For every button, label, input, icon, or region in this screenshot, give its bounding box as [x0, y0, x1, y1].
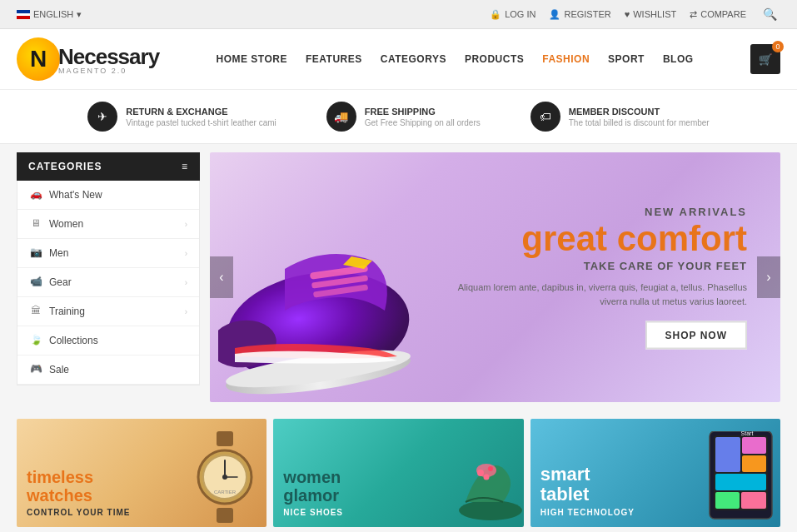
svg-rect-23 — [742, 437, 766, 454]
banner-tablet-line2: tablet — [540, 485, 635, 505]
sidebar-label-women: Women — [49, 218, 83, 230]
banner-women-sub: NICE SHOES — [283, 508, 343, 517]
hero-next-button[interactable]: › — [757, 256, 780, 298]
hero-title: great comfort — [431, 221, 747, 256]
benefit-shipping-title: FREE SHIPPING — [365, 107, 481, 117]
logo[interactable]: N Necessary MAGENTO 2.0 — [17, 37, 159, 81]
main-nav: HOME STORE FEATURES CATEGORYS PRODUCTS F… — [217, 53, 694, 65]
compare-link[interactable]: ⇄ COMPARE — [690, 9, 746, 20]
benefit-discount-desc: The total billed is discount for member — [569, 118, 710, 127]
sidebar-label-sale: Sale — [49, 364, 69, 375]
user-icon: 👤 — [549, 9, 560, 20]
shipping-icon: 🚚 — [326, 102, 356, 132]
banner-watches-sub: CONTROL YOUR TIME — [27, 508, 130, 517]
svg-rect-22 — [715, 437, 740, 472]
lock-icon: 🔒 — [490, 9, 501, 20]
shoe-svg — [218, 202, 435, 402]
cart-badge: 0 — [772, 41, 784, 52]
top-bar: ENGLISH ▾ 🔒 LOG IN 👤 REGISTER ♥ WISHLIST… — [0, 0, 797, 29]
header-actions: 🛒 0 — [750, 44, 780, 74]
hero-badge: NEW ARRIVALS — [431, 206, 747, 218]
svg-text:CARTIER: CARTIER — [214, 490, 237, 495]
hero-prev-button[interactable]: ‹ — [210, 256, 233, 298]
watch-decoration: CARTIER — [192, 431, 258, 523]
hero-slide: NEW ARRIVALS great comfort TAKE CARE OF … — [210, 152, 780, 402]
heart-icon: ♥ — [625, 9, 630, 19]
sidebar-menu: 🚗 What's New 🖥 Women › 📷 Men › — [17, 181, 200, 385]
benefit-discount: 🏷 MEMBER DISCOUNT The total billed is di… — [531, 102, 710, 132]
nav-fashion[interactable]: FASHION — [542, 53, 590, 65]
hero-desc: Aliquam lorem ante, dapibus in, viverra … — [431, 281, 747, 308]
banner-tablet-sub: HIGH TECHNOLOGY — [540, 508, 635, 517]
chevron-right-icon: › — [185, 220, 187, 229]
language-label: ENGLISH — [33, 9, 73, 19]
nav-home[interactable]: HOME STORE — [217, 53, 287, 65]
hero-slider: NEW ARRIVALS great comfort TAKE CARE OF … — [210, 152, 780, 402]
sidebar-label-men: Men — [49, 247, 68, 259]
register-link[interactable]: 👤 REGISTER — [549, 9, 610, 20]
benefit-shipping: 🚚 FREE SHIPPING Get Free Shipping on all… — [326, 102, 481, 132]
nav-features[interactable]: FEATURES — [306, 53, 362, 65]
tablet-decoration: Start — [705, 431, 776, 523]
sidebar-item-sale[interactable]: 🎮 Sale — [17, 355, 199, 385]
svg-rect-8 — [217, 508, 233, 523]
banner-tablet-line1: smart — [540, 465, 635, 485]
chevron-right-icon: › — [185, 249, 187, 258]
svg-rect-25 — [715, 474, 766, 490]
svg-rect-24 — [742, 455, 766, 472]
wishlist-link[interactable]: ♥ WISHLIST — [625, 9, 676, 19]
benefit-return-desc: Vintage pastel tucked t-shirt leather ca… — [126, 118, 276, 127]
svg-rect-27 — [741, 492, 766, 509]
nav-products[interactable]: PRODUCTS — [465, 53, 524, 65]
chevron-down-icon: ▾ — [77, 9, 82, 20]
collections-icon: 🍃 — [29, 334, 42, 347]
cart-icon: 🛒 — [759, 53, 773, 66]
sidebar-label-gear: Gear — [49, 276, 72, 288]
svg-point-18 — [488, 466, 493, 471]
cart-button[interactable]: 🛒 0 — [750, 44, 780, 74]
banner-watches[interactable]: timeless watches CONTROL YOUR TIME CARTI… — [17, 419, 266, 527]
sidebar-item-training[interactable]: 🏛 Training › — [17, 297, 199, 326]
hero-tagline: TAKE CARE OF YOUR FEET — [431, 260, 747, 272]
banner-women-line2: glamor — [283, 486, 343, 505]
banner-tablet[interactable]: smart tablet HIGH TECHNOLOGY Start — [531, 419, 780, 527]
svg-rect-26 — [715, 492, 740, 509]
sidebar-item-women[interactable]: 🖥 Women › — [17, 210, 199, 239]
banner-women[interactable]: women glamor NICE SHOES — [273, 419, 523, 527]
sidebar-item-whats-new[interactable]: 🚗 What's New — [17, 181, 199, 210]
whats-new-icon: 🚗 — [29, 188, 42, 201]
chevron-right-icon: › — [185, 278, 187, 287]
shoes-decoration — [441, 427, 524, 527]
sidebar-item-gear[interactable]: 📹 Gear › — [17, 268, 199, 297]
nav-categorys[interactable]: CATEGORYS — [381, 53, 446, 65]
men-icon: 📷 — [29, 246, 42, 260]
gear-icon: 📹 — [29, 276, 42, 289]
nav-blog[interactable]: BLOG — [663, 53, 694, 65]
search-button[interactable]: 🔍 — [760, 4, 780, 24]
sidebar-label-whats-new: What's New — [49, 189, 102, 201]
shop-now-button[interactable]: SHOP NOW — [645, 321, 747, 350]
svg-rect-7 — [217, 431, 233, 446]
login-link[interactable]: 🔒 LOG IN — [490, 9, 535, 20]
chevron-right-icon: › — [185, 307, 187, 316]
nav-sport[interactable]: SPORT — [608, 53, 645, 65]
training-icon: 🏛 — [29, 305, 42, 318]
benefit-return-title: RETURN & EXCHANGE — [126, 107, 276, 117]
sidebar: CATEGORIES ≡ 🚗 What's New 🖥 Women › 📷 — [17, 152, 200, 402]
main-content: CATEGORIES ≡ 🚗 What's New 🖥 Women › 📷 — [0, 144, 797, 410]
sidebar-header: CATEGORIES ≡ — [17, 152, 200, 181]
language-selector[interactable]: ENGLISH ▾ — [17, 9, 82, 20]
banner-women-line1: women — [283, 468, 343, 486]
compare-icon: ⇄ — [690, 9, 697, 20]
sidebar-label-training: Training — [49, 306, 85, 317]
sidebar-item-men[interactable]: 📷 Men › — [17, 239, 199, 268]
sidebar-item-collections[interactable]: 🍃 Collections — [17, 326, 199, 355]
logo-sub: MAGENTO 2.0 — [58, 67, 159, 75]
svg-point-19 — [483, 475, 489, 480]
flag-icon — [17, 10, 30, 19]
sidebar-label-collections: Collections — [49, 335, 98, 346]
benefit-shipping-desc: Get Free Shipping on all orders — [365, 118, 481, 127]
sale-icon: 🎮 — [29, 363, 42, 376]
banner-watches-line2: watches — [27, 486, 130, 505]
banner-watches-line1: timeless — [27, 468, 130, 486]
